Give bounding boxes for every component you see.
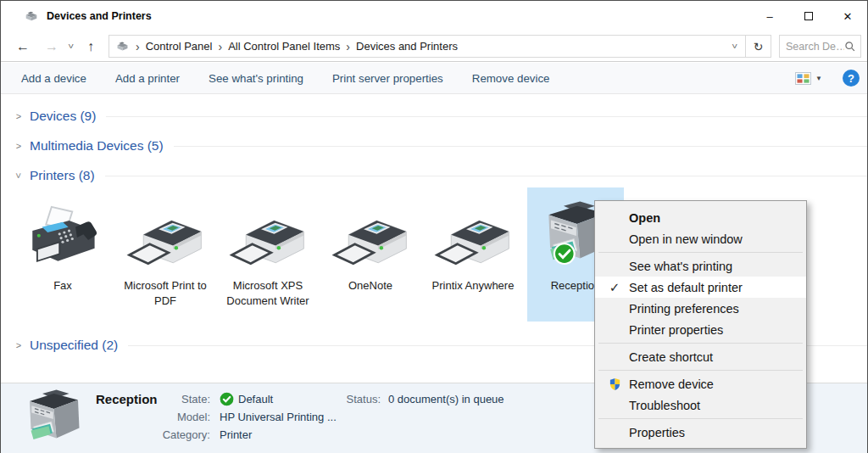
group-label: Devices (9) bbox=[30, 109, 96, 124]
change-view-button[interactable]: ▼ bbox=[795, 72, 822, 85]
help-button[interactable]: ? bbox=[843, 70, 860, 87]
window-title: Devices and Printers bbox=[47, 10, 152, 22]
breadcrumb-item[interactable]: All Control Panel Items bbox=[228, 40, 340, 53]
menu-item-properties[interactable]: Properties bbox=[595, 422, 806, 443]
printer-tile-label: Fax bbox=[14, 278, 111, 294]
menu-item-label: Open in new window bbox=[629, 232, 743, 246]
devices-and-printers-window: Devices and Printers – ✕ ← → > ↑ ›Contro… bbox=[0, 0, 868, 453]
address-dropdown-chevron-icon[interactable]: > bbox=[730, 41, 739, 53]
group-header-printers[interactable]: > Printers (8) bbox=[13, 167, 867, 184]
group-header-devices[interactable]: > Devices (9) bbox=[13, 108, 867, 125]
search-input[interactable] bbox=[786, 41, 844, 53]
menu-item-remove-device[interactable]: Remove device bbox=[595, 373, 806, 394]
state-label: State: bbox=[151, 393, 210, 405]
menu-separator bbox=[598, 252, 803, 253]
group-header-multimedia-devices[interactable]: > Multimedia Devices (5) bbox=[13, 137, 867, 154]
command-toolbar: Add a deviceAdd a printerSee what's prin… bbox=[1, 63, 867, 94]
chevron-right-icon: > bbox=[13, 141, 25, 151]
menu-item-label: Troubleshoot bbox=[629, 399, 700, 412]
state-value: Default bbox=[220, 392, 273, 406]
breadcrumb-chevron-icon: › bbox=[218, 40, 222, 53]
search-box[interactable] bbox=[779, 35, 861, 58]
default-check-icon bbox=[220, 392, 234, 406]
toolbar-item-see-what-s-printing[interactable]: See what's printing bbox=[209, 72, 303, 85]
view-dropdown-chevron-icon: ▼ bbox=[815, 75, 822, 82]
printer-icon bbox=[117, 187, 214, 272]
toolbar-item-add-a-printer[interactable]: Add a printer bbox=[115, 72, 180, 85]
forward-icon: → bbox=[42, 39, 61, 54]
menu-item-label: See what's printing bbox=[629, 260, 732, 273]
close-icon[interactable]: ✕ bbox=[828, 1, 867, 31]
group-divider bbox=[106, 116, 867, 117]
printer-tile-microsoft-xps-document-writer[interactable]: Microsoft XPS Document Writer bbox=[220, 187, 316, 322]
navigation-bar: ← → > ↑ ›Control Panel›All Control Panel… bbox=[1, 31, 867, 62]
printer-tile-label: Microsoft Print to PDF bbox=[117, 278, 214, 309]
menu-item-label: Properties bbox=[629, 426, 685, 439]
view-mode-icon bbox=[795, 72, 811, 85]
menu-item-label: Create shortcut bbox=[629, 350, 713, 364]
group-label: Printers (8) bbox=[30, 168, 95, 183]
uac-shield-icon bbox=[604, 373, 625, 394]
breadcrumb-chevron-icon: › bbox=[136, 40, 140, 53]
checkmark-icon: ✓ bbox=[604, 277, 625, 298]
toolbar-item-print-server-properties[interactable]: Print server properties bbox=[332, 72, 443, 85]
address-bar[interactable]: ›Control Panel›All Control Panel Items›D… bbox=[108, 35, 746, 58]
menu-item-see-what-s-printing[interactable]: See what's printing bbox=[595, 255, 806, 277]
search-icon bbox=[844, 41, 856, 53]
maximize-icon[interactable] bbox=[789, 1, 828, 31]
breadcrumb-chevron-icon: › bbox=[346, 40, 350, 53]
up-icon[interactable]: ↑ bbox=[81, 39, 100, 54]
chevron-right-icon: > bbox=[13, 340, 25, 350]
model-label: Model: bbox=[151, 411, 210, 423]
menu-separator bbox=[598, 418, 803, 419]
status-label: Status: bbox=[321, 393, 381, 405]
back-icon[interactable]: ← bbox=[14, 39, 32, 54]
menu-item-create-shortcut[interactable]: Create shortcut bbox=[595, 346, 806, 367]
printer-tile-label: OneNote bbox=[322, 278, 419, 294]
toolbar-item-add-a-device[interactable]: Add a device bbox=[21, 72, 86, 85]
menu-separator bbox=[598, 370, 803, 371]
group-label: Multimedia Devices (5) bbox=[30, 138, 164, 154]
printer-icon bbox=[425, 187, 521, 272]
menu-item-label: Printer properties bbox=[629, 323, 723, 337]
breadcrumb-item[interactable]: Devices and Printers bbox=[356, 40, 458, 53]
group-divider bbox=[105, 176, 867, 176]
printer-app-icon bbox=[24, 10, 39, 23]
minimize-icon[interactable]: – bbox=[750, 1, 789, 31]
chevron-down-icon: > bbox=[14, 170, 24, 182]
menu-item-set-as-default-printer[interactable]: ✓Set as default printer bbox=[595, 277, 806, 298]
menu-item-open[interactable]: Open bbox=[595, 207, 806, 228]
printer-icon bbox=[220, 187, 316, 272]
menu-item-troubleshoot[interactable]: Troubleshoot bbox=[595, 394, 806, 416]
refresh-icon[interactable]: ↻ bbox=[746, 35, 771, 58]
title-bar: Devices and Printers – ✕ bbox=[1, 1, 867, 31]
selected-printer-icon bbox=[18, 389, 87, 453]
printer-tile-label: Microsoft XPS Document Writer bbox=[220, 278, 316, 309]
printer-context-menu: OpenOpen in new windowSee what's printin… bbox=[594, 200, 807, 449]
chevron-right-icon: > bbox=[13, 111, 25, 121]
category-value: Printer bbox=[220, 428, 252, 441]
breadcrumb: ›Control Panel›All Control Panel Items›D… bbox=[130, 40, 458, 53]
fax-icon bbox=[14, 187, 111, 272]
printer-tile-microsoft-print-to-pdf[interactable]: Microsoft Print to PDF bbox=[117, 187, 214, 322]
menu-item-printer-properties[interactable]: Printer properties bbox=[595, 319, 806, 340]
selected-printer-name: Reception bbox=[96, 392, 158, 406]
group-divider bbox=[174, 146, 867, 147]
model-value: HP Universal Printing ... bbox=[220, 411, 337, 423]
printer-tile-fax[interactable]: Fax bbox=[14, 187, 111, 322]
status-value: 0 document(s) in queue bbox=[388, 393, 504, 405]
menu-item-label: Open bbox=[629, 211, 660, 225]
menu-separator bbox=[598, 343, 803, 344]
address-printer-icon bbox=[115, 41, 130, 53]
history-chevron-icon[interactable]: > bbox=[66, 41, 75, 53]
menu-item-label: Printing preferences bbox=[629, 302, 739, 316]
menu-item-open-in-new-window[interactable]: Open in new window bbox=[595, 228, 806, 249]
printer-tile-label: Printix Anywhere bbox=[425, 278, 521, 294]
printer-tile-printix-anywhere[interactable]: Printix Anywhere bbox=[425, 187, 521, 322]
printer-icon bbox=[322, 187, 419, 272]
breadcrumb-item[interactable]: Control Panel bbox=[146, 40, 213, 53]
menu-item-printing-preferences[interactable]: Printing preferences bbox=[595, 298, 806, 319]
group-label: Unspecified (2) bbox=[30, 338, 118, 353]
printer-tile-onenote[interactable]: OneNote bbox=[322, 187, 419, 322]
toolbar-item-remove-device[interactable]: Remove device bbox=[472, 72, 550, 85]
